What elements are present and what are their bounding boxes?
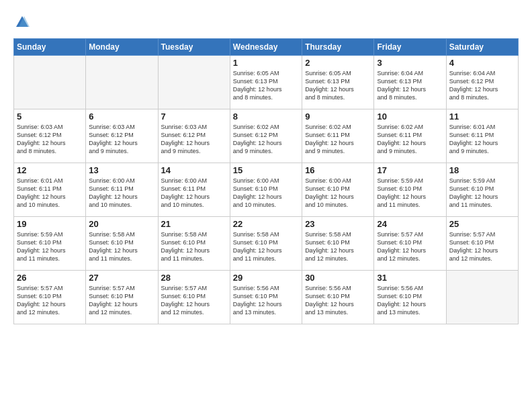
day-number: 4	[449, 58, 515, 68]
day-number: 28	[161, 273, 227, 283]
calendar-cell: 12Sunrise: 6:01 AM Sunset: 6:11 PM Dayli…	[14, 163, 86, 216]
calendar-cell	[158, 55, 230, 109]
calendar-cell: 11Sunrise: 6:01 AM Sunset: 6:11 PM Dayli…	[446, 109, 518, 163]
cell-info: Sunrise: 5:57 AM Sunset: 6:10 PM Dayligh…	[449, 230, 515, 263]
cell-info: Sunrise: 6:00 AM Sunset: 6:10 PM Dayligh…	[305, 177, 371, 210]
day-number: 3	[377, 58, 443, 68]
calendar-cell: 19Sunrise: 5:59 AM Sunset: 6:10 PM Dayli…	[14, 216, 86, 270]
calendar-cell: 21Sunrise: 5:58 AM Sunset: 6:10 PM Dayli…	[158, 216, 230, 270]
calendar-cell: 22Sunrise: 5:58 AM Sunset: 6:10 PM Dayli…	[230, 216, 302, 270]
calendar-cell: 26Sunrise: 5:57 AM Sunset: 6:10 PM Dayli…	[14, 270, 86, 324]
day-number: 16	[305, 165, 371, 175]
day-number: 12	[17, 165, 83, 175]
logo	[13, 15, 30, 33]
calendar-table: SundayMondayTuesdayWednesdayThursdayFrid…	[13, 38, 519, 324]
calendar-cell: 16Sunrise: 6:00 AM Sunset: 6:10 PM Dayli…	[302, 163, 374, 216]
cell-info: Sunrise: 5:57 AM Sunset: 6:10 PM Dayligh…	[161, 284, 227, 317]
cell-info: Sunrise: 6:00 AM Sunset: 6:10 PM Dayligh…	[233, 177, 299, 210]
day-number: 29	[233, 273, 299, 283]
weekday-header-row: SundayMondayTuesdayWednesdayThursdayFrid…	[14, 38, 519, 55]
calendar-cell: 20Sunrise: 5:58 AM Sunset: 6:10 PM Dayli…	[86, 216, 158, 270]
day-number: 5	[17, 111, 83, 122]
day-number: 1	[233, 58, 299, 68]
day-number: 18	[449, 165, 515, 175]
day-number: 21	[161, 219, 227, 229]
calendar-cell: 27Sunrise: 5:57 AM Sunset: 6:10 PM Dayli…	[86, 270, 158, 324]
day-number: 9	[305, 111, 371, 122]
calendar-cell: 6Sunrise: 6:03 AM Sunset: 6:12 PM Daylig…	[86, 109, 158, 163]
calendar-cell: 28Sunrise: 5:57 AM Sunset: 6:10 PM Dayli…	[158, 270, 230, 324]
cell-info: Sunrise: 6:02 AM Sunset: 6:11 PM Dayligh…	[377, 123, 443, 156]
cell-info: Sunrise: 6:00 AM Sunset: 6:11 PM Dayligh…	[89, 177, 154, 210]
calendar-cell	[86, 55, 158, 109]
calendar-cell: 1Sunrise: 6:05 AM Sunset: 6:13 PM Daylig…	[230, 55, 302, 109]
day-number: 2	[305, 58, 371, 68]
weekday-header: Sunday	[14, 38, 86, 55]
header	[13, 12, 519, 33]
weekday-header: Thursday	[302, 38, 374, 55]
cell-info: Sunrise: 6:03 AM Sunset: 6:12 PM Dayligh…	[161, 123, 227, 156]
cell-info: Sunrise: 6:01 AM Sunset: 6:11 PM Dayligh…	[17, 177, 83, 210]
cell-info: Sunrise: 5:59 AM Sunset: 6:10 PM Dayligh…	[377, 177, 443, 210]
calendar-cell	[446, 270, 518, 324]
cell-info: Sunrise: 6:04 AM Sunset: 6:13 PM Dayligh…	[377, 69, 443, 102]
calendar-cell: 9Sunrise: 6:02 AM Sunset: 6:11 PM Daylig…	[302, 109, 374, 163]
day-number: 15	[233, 165, 299, 175]
calendar-cell: 14Sunrise: 6:00 AM Sunset: 6:11 PM Dayli…	[158, 163, 230, 216]
calendar-cell: 2Sunrise: 6:05 AM Sunset: 6:13 PM Daylig…	[302, 55, 374, 109]
calendar-cell: 5Sunrise: 6:03 AM Sunset: 6:12 PM Daylig…	[14, 109, 86, 163]
calendar-cell: 18Sunrise: 5:59 AM Sunset: 6:10 PM Dayli…	[446, 163, 518, 216]
weekday-header: Tuesday	[158, 38, 230, 55]
day-number: 25	[449, 219, 515, 229]
weekday-header: Saturday	[446, 38, 518, 55]
cell-info: Sunrise: 5:57 AM Sunset: 6:10 PM Dayligh…	[17, 284, 83, 317]
cell-info: Sunrise: 5:58 AM Sunset: 6:10 PM Dayligh…	[89, 230, 154, 263]
day-number: 13	[89, 165, 154, 175]
day-number: 11	[449, 111, 515, 122]
day-number: 7	[161, 111, 227, 122]
calendar-cell: 24Sunrise: 5:57 AM Sunset: 6:10 PM Dayli…	[374, 216, 446, 270]
calendar-cell	[14, 55, 86, 109]
cell-info: Sunrise: 5:56 AM Sunset: 6:10 PM Dayligh…	[305, 284, 371, 317]
day-number: 6	[89, 111, 154, 122]
day-number: 30	[305, 273, 371, 283]
cell-info: Sunrise: 6:03 AM Sunset: 6:12 PM Dayligh…	[17, 123, 83, 156]
calendar-cell: 25Sunrise: 5:57 AM Sunset: 6:10 PM Dayli…	[446, 216, 518, 270]
day-number: 22	[233, 219, 299, 229]
calendar-cell: 23Sunrise: 5:58 AM Sunset: 6:10 PM Dayli…	[302, 216, 374, 270]
calendar-cell: 31Sunrise: 5:56 AM Sunset: 6:10 PM Dayli…	[374, 270, 446, 324]
cell-info: Sunrise: 6:05 AM Sunset: 6:13 PM Dayligh…	[305, 69, 371, 102]
cell-info: Sunrise: 6:02 AM Sunset: 6:12 PM Dayligh…	[233, 123, 299, 156]
calendar-cell: 3Sunrise: 6:04 AM Sunset: 6:13 PM Daylig…	[374, 55, 446, 109]
weekday-header: Wednesday	[230, 38, 302, 55]
calendar-week-row: 26Sunrise: 5:57 AM Sunset: 6:10 PM Dayli…	[14, 270, 519, 324]
calendar-week-row: 19Sunrise: 5:59 AM Sunset: 6:10 PM Dayli…	[14, 216, 519, 270]
page: SundayMondayTuesdayWednesdayThursdayFrid…	[0, 0, 532, 411]
weekday-header: Monday	[86, 38, 158, 55]
day-number: 8	[233, 111, 299, 122]
calendar-cell: 8Sunrise: 6:02 AM Sunset: 6:12 PM Daylig…	[230, 109, 302, 163]
calendar-cell: 10Sunrise: 6:02 AM Sunset: 6:11 PM Dayli…	[374, 109, 446, 163]
cell-info: Sunrise: 6:03 AM Sunset: 6:12 PM Dayligh…	[89, 123, 154, 156]
cell-info: Sunrise: 5:56 AM Sunset: 6:10 PM Dayligh…	[233, 284, 299, 317]
calendar-cell: 4Sunrise: 6:04 AM Sunset: 6:12 PM Daylig…	[446, 55, 518, 109]
calendar-week-row: 12Sunrise: 6:01 AM Sunset: 6:11 PM Dayli…	[14, 163, 519, 216]
weekday-header: Friday	[374, 38, 446, 55]
calendar-cell: 30Sunrise: 5:56 AM Sunset: 6:10 PM Dayli…	[302, 270, 374, 324]
logo-text	[13, 15, 30, 33]
cell-info: Sunrise: 6:04 AM Sunset: 6:12 PM Dayligh…	[449, 69, 515, 102]
day-number: 17	[377, 165, 443, 175]
cell-info: Sunrise: 5:57 AM Sunset: 6:10 PM Dayligh…	[377, 230, 443, 263]
day-number: 19	[17, 219, 83, 229]
calendar-week-row: 5Sunrise: 6:03 AM Sunset: 6:12 PM Daylig…	[14, 109, 519, 163]
day-number: 26	[17, 273, 83, 283]
day-number: 24	[377, 219, 443, 229]
cell-info: Sunrise: 6:00 AM Sunset: 6:11 PM Dayligh…	[161, 177, 227, 210]
cell-info: Sunrise: 6:01 AM Sunset: 6:11 PM Dayligh…	[449, 123, 515, 156]
cell-info: Sunrise: 5:56 AM Sunset: 6:10 PM Dayligh…	[377, 284, 443, 317]
cell-info: Sunrise: 5:58 AM Sunset: 6:10 PM Dayligh…	[305, 230, 371, 263]
cell-info: Sunrise: 6:02 AM Sunset: 6:11 PM Dayligh…	[305, 123, 371, 156]
day-number: 27	[89, 273, 154, 283]
calendar-week-row: 1Sunrise: 6:05 AM Sunset: 6:13 PM Daylig…	[14, 55, 519, 109]
day-number: 10	[377, 111, 443, 122]
